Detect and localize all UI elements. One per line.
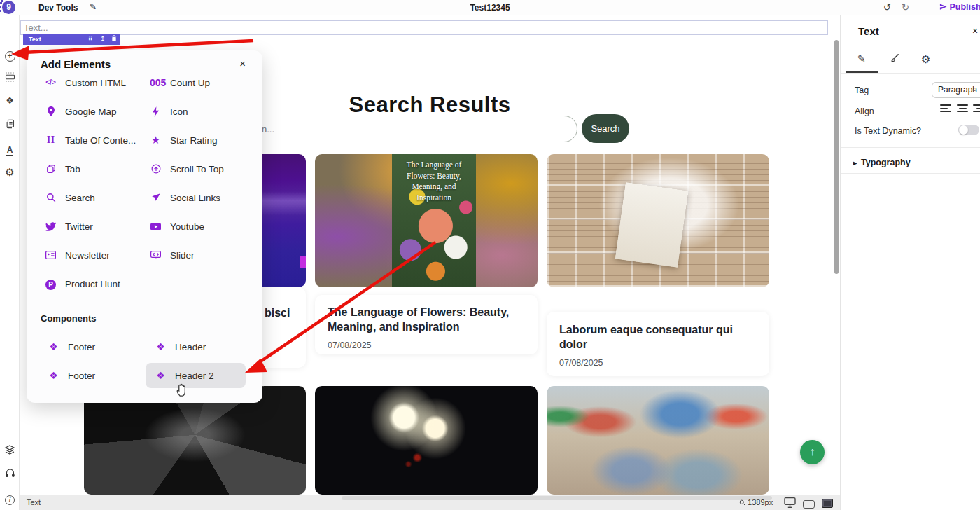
settings-button[interactable]: ⚙ xyxy=(0,166,20,179)
info-button[interactable]: i xyxy=(0,492,20,505)
mobile-view-button[interactable] xyxy=(822,498,833,510)
divider xyxy=(841,147,980,148)
heading-icon: H xyxy=(45,135,57,146)
card-image-street[interactable] xyxy=(547,386,769,495)
align-label: Align xyxy=(855,106,874,116)
code-icon: </> xyxy=(45,77,57,88)
element-item-icon[interactable]: Icon xyxy=(150,104,188,118)
tab-edit[interactable]: ✎ xyxy=(858,53,866,64)
redo-icon[interactable]: ↻ xyxy=(902,2,909,13)
component-icon: ❖ xyxy=(155,370,167,381)
typography-section-toggle[interactable]: ▸Typography xyxy=(853,158,911,167)
vertical-scrollbar[interactable] xyxy=(834,40,839,274)
layers-button[interactable] xyxy=(0,444,20,458)
element-item-newsletter[interactable]: Newsletter xyxy=(45,248,110,262)
rocket-icon xyxy=(939,3,947,11)
element-item-social-links[interactable]: Social Links xyxy=(150,191,220,205)
element-item-scroll-to-top[interactable]: Scroll To Top xyxy=(150,162,224,176)
tag-select[interactable]: Paragraph ⌄ xyxy=(932,82,980,98)
selected-text-element[interactable]: Text... xyxy=(20,20,828,35)
divider xyxy=(841,173,980,174)
selection-toolbar-chip: Text ⠿ ↥ xyxy=(23,34,120,45)
pencil-icon: ✎ xyxy=(858,53,866,64)
element-item-star-rating[interactable]: ★ Star Rating xyxy=(150,133,218,147)
component-item-footer-1[interactable]: ❖ Footer xyxy=(48,340,95,354)
close-icon[interactable]: × xyxy=(972,25,978,36)
align-left-button[interactable] xyxy=(940,104,952,114)
element-item-count-up[interactable]: 005 Count Up xyxy=(150,76,210,90)
element-item-twitter[interactable]: Twitter xyxy=(45,219,93,233)
component-item-header-2[interactable]: ❖ Header 2 xyxy=(155,368,214,382)
component-item-header[interactable]: ❖ Header xyxy=(155,340,206,354)
gear-icon: ⚙ xyxy=(5,166,14,178)
brush-icon xyxy=(890,53,899,63)
blog-card-3[interactable]: Laborum eaque consequatur qui dolor 07/0… xyxy=(547,312,769,376)
add-element-button[interactable]: + xyxy=(0,49,20,62)
close-icon[interactable]: × xyxy=(239,57,246,69)
blog-card-1-title-fragment: bisci xyxy=(265,306,290,321)
drag-handle-icon[interactable]: ⠿ xyxy=(88,35,93,42)
youtube-icon xyxy=(150,223,162,230)
caret-right-icon: ▸ xyxy=(853,159,857,167)
add-elements-panel: Add Elements × </> Custom HTML 005 Count… xyxy=(27,50,262,403)
desktop-view-button[interactable] xyxy=(784,497,796,510)
search-input[interactable] xyxy=(241,116,578,142)
pages-icon xyxy=(5,118,15,130)
delete-icon[interactable] xyxy=(111,35,117,43)
info-icon: i xyxy=(5,495,15,505)
left-toolbar: + ❖ A ⚙ i xyxy=(0,15,20,510)
chevron-down-icon: ⌄ xyxy=(972,85,978,92)
top-bar: 9 Dev Tools ✎ Test12345 ↺ ↻ Publish xyxy=(0,0,980,15)
search-button[interactable]: Search xyxy=(582,114,629,143)
up-arrow-icon: ↑ xyxy=(810,446,816,457)
component-icon: ❖ xyxy=(155,341,167,352)
card-image-books[interactable] xyxy=(547,154,769,287)
typography-icon: A xyxy=(6,145,14,156)
element-item-google-map[interactable]: Google Map xyxy=(45,104,117,118)
canvas-width-indicator: 1389px xyxy=(739,498,773,506)
scroll-to-top-button[interactable]: ↑ xyxy=(800,440,825,464)
element-item-youtube[interactable]: Youtube xyxy=(150,219,204,233)
star-icon: ★ xyxy=(150,135,162,146)
tabs-icon xyxy=(45,164,57,174)
support-button[interactable] xyxy=(0,468,20,481)
align-right-button[interactable] xyxy=(973,104,980,114)
twitter-icon xyxy=(45,222,57,231)
blog-card-2[interactable]: The Language of Flowers: Beauty, Meaning… xyxy=(315,295,538,354)
element-item-custom-html[interactable]: </> Custom HTML xyxy=(45,76,126,90)
tablet-view-button[interactable] xyxy=(803,499,815,510)
typography-button[interactable]: A xyxy=(0,143,20,156)
components-button[interactable]: ❖ xyxy=(0,95,20,106)
dynamic-text-toggle[interactable] xyxy=(958,125,979,135)
element-item-tab[interactable]: Tab xyxy=(45,162,80,176)
card-image-flowers[interactable]: The Language of Flowers: Beauty, Meaning… xyxy=(315,154,538,287)
product-hunt-icon: P xyxy=(46,280,56,290)
properties-panel: Text × ✎ ⚙ Tag Paragraph ⌄ Align Is Text… xyxy=(840,15,980,510)
horizontal-scrollbar[interactable] xyxy=(342,496,772,500)
component-item-footer-2[interactable]: ❖ Footer xyxy=(48,368,95,382)
card-image-lamps[interactable] xyxy=(315,386,538,495)
align-center-button[interactable] xyxy=(957,104,969,114)
tablet-icon xyxy=(803,500,815,509)
element-item-slider[interactable]: Slider xyxy=(150,248,195,262)
collapse-icon[interactable]: ↥ xyxy=(100,35,106,42)
undo-icon[interactable]: ↺ xyxy=(883,2,891,13)
layers-icon xyxy=(4,444,15,455)
mobile-icon xyxy=(822,499,833,508)
pages-button[interactable] xyxy=(0,118,20,132)
element-item-search[interactable]: Search xyxy=(45,191,95,205)
publish-button[interactable]: Publish xyxy=(939,2,980,12)
flower-book-cover: The Language of Flowers: Beauty, Meaning… xyxy=(392,154,476,287)
zoom-icon xyxy=(739,499,746,506)
element-item-table-of-contents[interactable]: H Table Of Conte... xyxy=(45,133,136,147)
sections-button[interactable] xyxy=(0,71,20,85)
component-icon: ❖ xyxy=(48,341,59,352)
components-section-title: Components xyxy=(41,313,96,324)
text-element-placeholder: Text... xyxy=(24,22,48,33)
element-item-product-hunt[interactable]: P Product Hunt xyxy=(45,277,120,291)
divider xyxy=(841,73,980,74)
tab-settings[interactable]: ⚙ xyxy=(921,53,930,66)
circle-up-icon xyxy=(150,164,162,174)
tab-style[interactable] xyxy=(890,53,899,65)
properties-panel-title: Text xyxy=(858,25,879,37)
